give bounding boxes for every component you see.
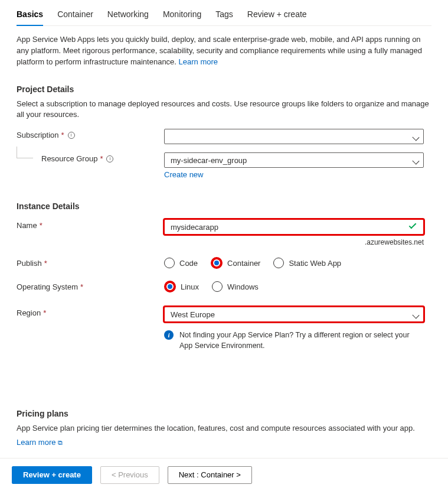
name-input[interactable]: mysidecarapp (164, 219, 424, 235)
publish-label: Publish (17, 259, 42, 268)
review-create-button[interactable]: Review + create (12, 466, 92, 484)
resource-group-label: Resource Group (41, 154, 97, 163)
os-label: Operating System (17, 282, 78, 291)
required-marker: * (100, 154, 103, 163)
tab-monitoring[interactable]: Monitoring (163, 9, 201, 25)
required-marker: * (61, 131, 64, 139)
required-marker: * (40, 221, 42, 230)
os-radio-linux[interactable]: Linux (164, 281, 199, 292)
tab-tags[interactable]: Tags (215, 9, 233, 25)
external-link-icon: ⧉ (58, 439, 63, 446)
region-hint-text: Not finding your App Service Plan? Try a… (179, 330, 424, 351)
checkmark-icon (409, 222, 417, 229)
pricing-heading: Pricing plans (17, 409, 431, 418)
info-icon[interactable]: i (106, 155, 113, 162)
required-marker: * (80, 282, 83, 291)
wizard-tabs: Basics Container Networking Monitoring T… (17, 0, 431, 26)
tab-basics[interactable]: Basics (17, 9, 43, 26)
tab-container[interactable]: Container (57, 9, 93, 25)
required-marker: * (44, 259, 47, 268)
tab-networking[interactable]: Networking (107, 9, 149, 25)
instance-details-heading: Instance Details (17, 201, 431, 211)
required-marker: * (43, 308, 46, 317)
publish-radio-code[interactable]: Code (164, 258, 198, 268)
subscription-label: Subscription (17, 131, 59, 139)
domain-suffix: .azurewebsites.net (164, 238, 424, 246)
tab-review[interactable]: Review + create (247, 9, 307, 25)
region-dropdown[interactable]: West Europe (164, 307, 424, 322)
intro-learn-more-link[interactable]: Learn more (179, 57, 218, 66)
rg-create-new-link[interactable]: Create new (164, 170, 203, 179)
info-icon: i (164, 330, 174, 340)
info-icon[interactable]: i (68, 132, 75, 139)
name-label: Name (17, 221, 37, 230)
pricing-learn-more-link[interactable]: Learn more ⧉ (17, 438, 63, 447)
project-details-heading: Project Details (17, 84, 431, 94)
previous-button: < Previous (100, 466, 159, 484)
subscription-dropdown[interactable] (164, 129, 424, 144)
os-radio-windows[interactable]: Windows (212, 281, 259, 292)
intro-text: App Service Web Apps lets you quickly bu… (17, 34, 431, 68)
resource-group-dropdown[interactable]: my-sidecar-env_group (164, 152, 424, 168)
region-label: Region (17, 308, 41, 317)
publish-radio-container[interactable]: Container (211, 257, 260, 269)
publish-radio-swa[interactable]: Static Web App (273, 258, 341, 268)
next-button[interactable]: Next : Container > (168, 466, 252, 484)
pricing-desc: App Service plan pricing tier determines… (17, 423, 431, 434)
project-details-desc: Select a subscription to manage deployed… (17, 99, 431, 121)
wizard-footer: Review + create < Previous Next : Contai… (0, 458, 448, 491)
